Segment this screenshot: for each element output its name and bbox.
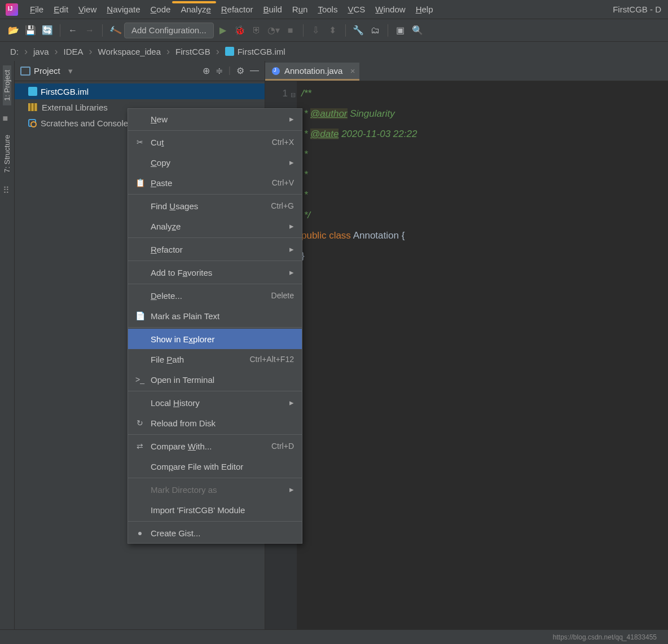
crumb-workspace[interactable]: Workspace_idea xyxy=(96,47,163,56)
search-everywhere-icon[interactable]: 🔍 xyxy=(410,23,425,38)
bookmarks-icon[interactable]: ■ xyxy=(3,113,12,122)
open-icon[interactable]: 📂 xyxy=(6,23,21,38)
tool-window-strip: 1: Project ■ 7: Structure ⠿ xyxy=(0,61,15,629)
breadcrumb: D:› java› IDEA› Workspace_idea› FirstCGB… xyxy=(0,42,668,61)
menu-item-analyze[interactable]: Analyze▸ xyxy=(128,216,302,236)
line-number: 1 xyxy=(265,83,288,104)
tree-item-label: Scratches and Consoles xyxy=(41,118,133,128)
iml-file-icon xyxy=(28,87,37,96)
menu-separator xyxy=(128,261,302,261)
tree-item[interactable]: FirstCGB.iml xyxy=(15,83,265,99)
menu-item-label: Copy xyxy=(151,158,170,167)
menu-window[interactable]: Window xyxy=(370,0,410,19)
menu-code[interactable]: Code xyxy=(146,0,176,19)
menu-item-label: Open in Terminal xyxy=(151,375,214,385)
menu-item-paste[interactable]: 📋PasteCtrl+V xyxy=(128,173,302,193)
menu-item-new[interactable]: New▸ xyxy=(128,109,302,129)
menu-item-mark-as-plain-text[interactable]: 📄Mark as Plain Text xyxy=(128,306,302,326)
menubar: FileEditViewNavigateCodeAnalyzeRefactorB… xyxy=(0,0,668,19)
submenu-arrow-icon: ▸ xyxy=(289,157,294,167)
crumb-file-label: FirstCGB.iml xyxy=(238,47,285,56)
crumb-file[interactable]: FirstCGB.iml xyxy=(223,47,288,56)
run-anything-icon[interactable]: ▣ xyxy=(393,23,408,38)
panel-title[interactable]: Project▾ xyxy=(20,66,73,76)
menu-item-local-history[interactable]: Local History▸ xyxy=(128,392,302,413)
coverage-icon[interactable]: ⛨ xyxy=(249,23,265,38)
menu-item-delete-[interactable]: Delete...Delete xyxy=(128,285,302,306)
submenu-arrow-icon: ▸ xyxy=(289,484,294,495)
menu-item-refactor[interactable]: Refactor▸ xyxy=(128,239,302,259)
menu-view[interactable]: View xyxy=(73,0,102,19)
watermark-text: https://blog.csdn.net/qq_41833455 xyxy=(553,633,657,641)
refresh-icon[interactable]: 🔄 xyxy=(39,23,55,38)
menu-item-compare-file-with-editor[interactable]: Compare File with Editor xyxy=(128,456,302,477)
panel-title-label: Project xyxy=(34,66,60,76)
menu-item-file-path[interactable]: File PathCtrl+Alt+F12 xyxy=(128,349,302,369)
menu-item-icon: 📋 xyxy=(135,178,145,188)
menu-item-compare-with-[interactable]: ⇄Compare With...Ctrl+D xyxy=(128,436,302,456)
forward-icon[interactable]: → xyxy=(82,23,98,38)
locate-icon[interactable]: ⊕ xyxy=(203,65,210,76)
context-menu: New▸✂CutCtrl+XCopy▸📋PasteCtrl+VFind Usag… xyxy=(128,108,302,544)
menu-shortcut: Ctrl+V xyxy=(272,178,294,187)
stop-icon[interactable]: ■ xyxy=(283,23,298,38)
project-tool-tab[interactable]: 1: Project xyxy=(3,65,11,105)
menu-edit[interactable]: Edit xyxy=(49,0,73,19)
menu-item-open-in-terminal[interactable]: >_Open in Terminal xyxy=(128,369,302,390)
editor-area: Annotation.java × 1 ⊟ ⊡ /** * @author Si… xyxy=(265,61,668,629)
structure-icon[interactable]: ⠿ xyxy=(3,185,12,194)
crumb-java[interactable]: java xyxy=(31,47,51,56)
menu-refactor[interactable]: Refactor xyxy=(216,0,258,19)
menu-help[interactable]: Help xyxy=(411,0,438,19)
menu-item-import-firstcgb-module[interactable]: Import 'FirstCGB' Module xyxy=(128,500,302,520)
vcs-commit-icon[interactable]: ⬍ xyxy=(325,23,341,38)
statusbar: https://blog.csdn.net/qq_41833455 xyxy=(0,629,668,644)
code-editor[interactable]: 1 ⊟ ⊡ /** * @author Singularity * @date … xyxy=(265,81,668,629)
menu-item-add-to-favorites[interactable]: Add to Favorites▸ xyxy=(128,262,302,283)
tab-annotation[interactable]: Annotation.java × xyxy=(265,63,359,81)
menu-item-label: Import 'FirstCGB' Module xyxy=(151,505,245,515)
menu-item-reload-from-disk[interactable]: ↻Reload from Disk xyxy=(128,413,302,433)
menu-navigate[interactable]: Navigate xyxy=(102,0,145,19)
save-all-icon[interactable]: 💾 xyxy=(23,23,38,38)
hide-icon[interactable]: — xyxy=(250,65,259,76)
gear-icon[interactable]: ⚙ xyxy=(236,65,244,76)
crumb-project[interactable]: FirstCGB xyxy=(173,47,213,56)
menu-build[interactable]: Build xyxy=(258,0,287,19)
close-icon[interactable]: × xyxy=(350,66,355,76)
menu-tools[interactable]: Tools xyxy=(313,0,342,19)
build-icon[interactable]: 🔨 xyxy=(105,20,125,41)
menu-item-label: Delete... xyxy=(151,291,182,301)
menu-item-icon: ⇄ xyxy=(135,441,145,451)
menu-item-copy[interactable]: Copy▸ xyxy=(128,152,302,173)
menu-item-create-gist-[interactable]: ●Create Gist... xyxy=(128,523,302,543)
fold-icon[interactable]: ⊟ xyxy=(291,85,296,105)
profile-icon[interactable]: ◔▾ xyxy=(266,23,282,38)
menu-run[interactable]: Run xyxy=(287,0,313,19)
menu-shortcut: Ctrl+X xyxy=(272,138,294,147)
menu-file[interactable]: File xyxy=(25,0,49,19)
add-configuration-button[interactable]: Add Configuration... xyxy=(124,23,214,38)
vcs-update-icon[interactable]: ⇩ xyxy=(308,23,324,38)
back-icon[interactable]: ← xyxy=(65,23,81,38)
tab-label: Annotation.java xyxy=(284,66,342,76)
menu-item-label: Paste xyxy=(151,178,172,188)
structure-tool-tab[interactable]: 7: Structure xyxy=(3,130,11,177)
separator xyxy=(60,24,60,37)
code-text: 2020-11-03 22:22 xyxy=(339,129,417,139)
crumb-drive[interactable]: D: xyxy=(8,47,21,56)
run-icon[interactable]: ▶ xyxy=(215,23,231,38)
debug-icon[interactable]: 🐞 xyxy=(232,23,248,38)
project-structure-icon[interactable]: 🗂 xyxy=(367,23,383,38)
crumb-idea[interactable]: IDEA xyxy=(61,47,86,56)
settings-icon[interactable]: 🔧 xyxy=(350,23,366,38)
menu-item-show-in-explorer[interactable]: Show in Explorer xyxy=(128,329,302,349)
menu-item-find-usages[interactable]: Find UsagesCtrl+G xyxy=(128,196,302,216)
doctag-author: @author xyxy=(310,108,347,119)
collapse-icon[interactable]: ≑ xyxy=(216,65,223,76)
menu-item-icon: 📄 xyxy=(135,311,145,321)
code-text: Singularity xyxy=(348,108,395,119)
menu-item-cut[interactable]: ✂CutCtrl+X xyxy=(128,132,302,152)
menu-vcs[interactable]: VCS xyxy=(342,0,370,19)
code-content[interactable]: /** * @author Singularity * @date 2020-1… xyxy=(297,81,668,629)
